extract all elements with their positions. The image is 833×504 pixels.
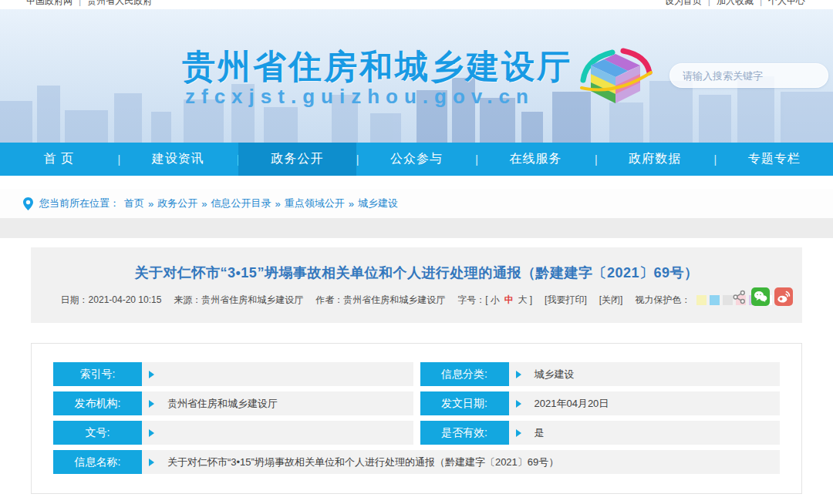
search-box — [669, 63, 828, 88]
topbar-separator: | — [760, 0, 762, 6]
breadcrumb-link-urban-rural[interactable]: 城乡建设 — [358, 197, 398, 210]
breadcrumb-link-gov-disclosure[interactable]: 政务公开 — [157, 197, 197, 210]
field-document-number: 文号: — [53, 421, 413, 445]
search-input[interactable] — [670, 70, 828, 82]
field-label: 文号: — [53, 421, 142, 445]
link-guizhou-gov[interactable]: 贵州省人民政府 — [87, 0, 152, 6]
nav-item-construction-news[interactable]: 建设资讯 — [120, 143, 238, 176]
breadcrumb-link-info-catalog[interactable]: 信息公开目录 — [211, 197, 271, 210]
site-title: 贵州省住房和城乡建设厅 — [182, 45, 572, 89]
breadcrumb-link-key-areas[interactable]: 重点领域公开 — [285, 197, 345, 210]
article-header: 关于对仁怀市“3•15”坍塌事故相关单位和个人进行处理的通报（黔建建字〔2021… — [31, 247, 802, 323]
font-medium-button[interactable]: 中 — [504, 294, 514, 305]
link-personal-center[interactable]: 个人中心 — [768, 0, 805, 6]
arrow-right-icon — [149, 459, 154, 466]
breadcrumb-separator: » — [275, 198, 280, 210]
close-button[interactable]: [关闭] — [599, 294, 623, 307]
meta-author: 作者：贵州省住房和城乡建设厅 — [315, 294, 445, 307]
field-label: 信息名称: — [53, 450, 142, 474]
location-pin-icon — [23, 197, 33, 210]
site-url: zfcxjst.guizhou.gov.cn — [185, 85, 535, 109]
field-info-category: 信息分类: 城乡建设 — [420, 362, 781, 386]
main-navigation: 首 页 | 建设资讯 | 政务公开 | 公众参与 | 在线服务 | 政府数据 |… — [0, 143, 833, 176]
link-china-gov[interactable]: 中国政府网 — [26, 0, 73, 6]
meta-date: 日期：2021-04-20 10:15 — [61, 294, 162, 307]
wechat-share-icon[interactable] — [751, 287, 770, 306]
field-label: 发文日期: — [420, 391, 509, 415]
breadcrumb-link-home[interactable]: 首页 — [124, 197, 144, 210]
breadcrumb-separator: » — [349, 198, 354, 210]
arrow-right-icon — [516, 400, 521, 408]
arrow-right-icon — [516, 429, 521, 437]
field-value: 是 — [521, 426, 545, 440]
divider-band — [0, 218, 833, 238]
topbar-separator: | — [708, 0, 710, 6]
share-bar — [727, 287, 793, 306]
header-banner: 贵州省住房和城乡建设厅 zfcxjst.guizhou.gov.cn — [0, 9, 833, 143]
article-meta: 日期：2021-04-20 10:15 来源：贵州省住房和城乡建设厅 作者：贵州… — [31, 294, 802, 307]
field-label: 发布机构: — [53, 391, 142, 415]
table-row: 信息名称: 关于对仁怀市“3•15”坍塌事故相关单位和个人进行处理的通报（黔建建… — [53, 450, 780, 474]
topbar-separator: | — [79, 0, 81, 6]
nav-item-special-topics[interactable]: 专题专栏 — [715, 143, 833, 176]
font-size-controls: 字号：[小中大] — [457, 294, 532, 307]
topbar-left-links: 中国政府网|贵州省人民政府 — [22, 0, 157, 8]
field-info-name: 信息名称: 关于对仁怀市“3•15”坍塌事故相关单位和个人进行处理的通报（黔建建… — [53, 450, 780, 474]
nav-item-home[interactable]: 首 页 — [0, 143, 118, 176]
nav-item-gov-data[interactable]: 政府数据 — [596, 143, 714, 176]
spacer — [0, 176, 833, 189]
table-row: 发布机构: 贵州省住房和城乡建设厅 发文日期: 2021年04月20日 — [53, 391, 780, 415]
field-is-valid: 是否有效: 是 — [420, 421, 781, 445]
field-issue-date: 发文日期: 2021年04月20日 — [420, 391, 781, 415]
arrow-right-icon — [149, 371, 154, 378]
table-row: 索引号: 信息分类: 城乡建设 — [53, 362, 780, 386]
field-label: 是否有效: — [420, 421, 509, 445]
breadcrumb: 您当前所在位置： 首页 » 政务公开 » 信息公开目录 » 重点领域公开 » 城… — [0, 189, 833, 218]
article-title: 关于对仁怀市“3•15”坍塌事故相关单位和个人进行处理的通报（黔建建字〔2021… — [31, 247, 802, 282]
nav-item-gov-disclosure[interactable]: 政务公开 — [238, 143, 356, 176]
print-button[interactable]: [我要打印] — [545, 294, 587, 307]
field-value: 城乡建设 — [521, 368, 575, 381]
field-value: 2021年04月20日 — [521, 397, 609, 411]
field-issuing-agency: 发布机构: 贵州省住房和城乡建设厅 — [53, 391, 413, 415]
field-label: 索引号: — [53, 362, 142, 386]
arrow-right-icon — [516, 371, 521, 378]
link-set-homepage[interactable]: 设为首页 — [665, 0, 702, 6]
breadcrumb-prefix: 您当前所在位置： — [39, 197, 120, 210]
top-utility-bar: 中国政府网|贵州省人民政府 设为首页|加入收藏|个人中心 — [0, 0, 833, 9]
nav-item-public-participation[interactable]: 公众参与 — [358, 143, 476, 176]
font-small-button[interactable]: 小 — [491, 294, 500, 305]
font-large-button[interactable]: 大 — [518, 294, 528, 305]
field-value: 关于对仁怀市“3•15”坍塌事故相关单位和个人进行处理的通报（黔建建字〔2021… — [154, 455, 558, 469]
meta-source: 来源：贵州省住房和城乡建设厅 — [174, 294, 303, 307]
field-index-number: 索引号: — [53, 362, 413, 386]
topbar-right-links: 设为首页|加入收藏|个人中心 — [660, 0, 810, 8]
site-logo-cube-icon[interactable] — [575, 46, 656, 105]
nav-item-online-services[interactable]: 在线服务 — [477, 143, 595, 176]
field-value: 贵州省住房和城乡建设厅 — [154, 397, 278, 411]
breadcrumb-separator: » — [201, 198, 207, 210]
table-row: 文号: 是否有效: 是 — [53, 421, 780, 445]
document-info-table: 索引号: 信息分类: 城乡建设 发布机构: 贵州省住房和城乡建设厅 发文日期: … — [31, 343, 802, 494]
arrow-right-icon — [149, 400, 154, 408]
color-swatch[interactable] — [710, 295, 720, 305]
share-icon[interactable] — [732, 290, 747, 304]
field-label: 信息分类: — [420, 362, 509, 386]
weibo-share-icon[interactable] — [774, 287, 793, 306]
link-add-favorite[interactable]: 加入收藏 — [717, 0, 754, 6]
color-swatch[interactable] — [696, 295, 707, 305]
arrow-right-icon — [149, 429, 154, 437]
breadcrumb-separator: » — [148, 198, 153, 210]
